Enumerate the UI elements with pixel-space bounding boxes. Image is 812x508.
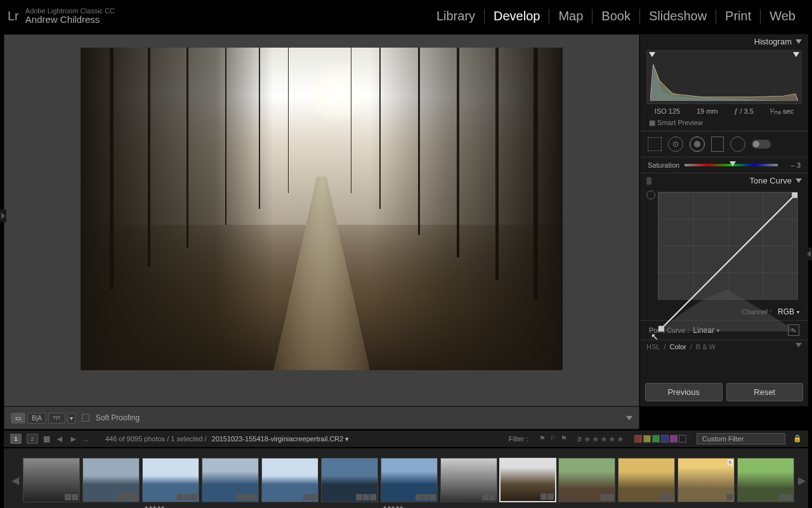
- previous-button[interactable]: Previous: [645, 383, 723, 401]
- collapse-icon[interactable]: [796, 178, 802, 183]
- view-dropdown-icon[interactable]: ▾: [67, 413, 75, 424]
- filename-display[interactable]: 20151023-155418-virginiacreepertrail.CR2…: [212, 435, 350, 443]
- svg-rect-1: [658, 326, 664, 331]
- spot-tool-icon[interactable]: ⊙: [668, 137, 683, 152]
- loupe-view-icon[interactable]: ▭: [11, 413, 25, 424]
- smart-preview-indicator[interactable]: ▦ Smart Preview: [640, 117, 808, 131]
- tone-curve-graph[interactable]: [658, 192, 798, 300]
- main-window-button[interactable]: 1: [10, 434, 22, 444]
- before-after-icon[interactable]: B|A: [27, 413, 46, 424]
- thumb-12[interactable]: 5: [678, 458, 735, 502]
- hsl-panel-tabs[interactable]: HSL / Color / B & W: [640, 340, 808, 353]
- saturation-slider[interactable]: [684, 164, 778, 166]
- exif-shutter: ¹⁄₇₅₀ sec: [769, 107, 794, 116]
- module-map[interactable]: Map: [549, 9, 593, 23]
- color-green[interactable]: [652, 435, 660, 443]
- second-window-button[interactable]: 2: [27, 434, 38, 444]
- grad-filter-icon[interactable]: [711, 137, 724, 152]
- module-library[interactable]: Library: [428, 9, 485, 23]
- radial-filter-icon[interactable]: [730, 137, 745, 152]
- module-develop[interactable]: Develop: [485, 9, 549, 23]
- filter-lock-icon[interactable]: 🔒: [793, 434, 802, 443]
- tone-curve-label: Tone Curve: [750, 176, 792, 185]
- filmstrip-right-icon[interactable]: ▶: [797, 474, 807, 486]
- flag-unflagged-icon[interactable]: ⚐: [550, 434, 559, 443]
- develop-tool-strip: ⊙: [640, 131, 808, 157]
- histogram-panel-header[interactable]: Histogram: [640, 34, 808, 49]
- color-none[interactable]: [679, 435, 686, 443]
- color-purple[interactable]: [670, 435, 678, 443]
- color-yellow[interactable]: [643, 435, 651, 443]
- color-blue[interactable]: [661, 435, 669, 443]
- thumb-2[interactable]: [82, 458, 140, 502]
- shadow-clip-icon[interactable]: [649, 52, 655, 57]
- breadcrumb-prefix[interactable]: ...: [83, 435, 89, 443]
- thumb-13[interactable]: [737, 458, 794, 502]
- module-picker: Library Develop Map Book Slideshow Print…: [428, 9, 804, 23]
- color-red[interactable]: [634, 435, 642, 443]
- histogram-label: Histogram: [754, 37, 792, 46]
- saturation-label: Saturation: [648, 161, 679, 169]
- reset-button[interactable]: Reset: [726, 383, 804, 401]
- rating-filter[interactable]: ≥ ★★★★★: [577, 434, 624, 444]
- left-panel-handle[interactable]: [0, 210, 6, 222]
- app-title: Adobe Lightroom Classic CC: [25, 7, 115, 15]
- module-print[interactable]: Print: [716, 9, 761, 23]
- thumb-8[interactable]: [440, 458, 497, 502]
- nav-fwd-icon[interactable]: ►: [69, 434, 78, 444]
- toolbar-options-icon[interactable]: [626, 416, 632, 420]
- redeye-tool-icon[interactable]: [690, 137, 705, 152]
- thumb-11[interactable]: [618, 458, 675, 502]
- crop-tool-icon[interactable]: [648, 137, 662, 151]
- panel-switch-icon[interactable]: [646, 177, 652, 185]
- saturation-slider-row: Saturation – 3: [640, 157, 808, 173]
- svg-rect-2: [792, 192, 797, 198]
- exif-readout: ISO 125 19 mm ƒ / 3.5 ¹⁄₇₅₀ sec: [640, 105, 808, 117]
- filmstrip[interactable]: ◀ 5 ▶: [4, 448, 808, 508]
- module-slideshow[interactable]: Slideshow: [640, 9, 716, 23]
- exif-iso: ISO 125: [655, 107, 680, 116]
- compare-view-icon[interactable]: Y|Y: [48, 413, 65, 424]
- filmstrip-left-icon[interactable]: ◀: [10, 474, 20, 486]
- adjust-brush-icon[interactable]: [752, 140, 771, 149]
- exif-aperture: ƒ / 3.5: [734, 107, 754, 116]
- preview-area[interactable]: [4, 34, 639, 406]
- flag-rejected-icon[interactable]: ⚑: [561, 434, 570, 443]
- exif-focal: 19 mm: [697, 107, 718, 116]
- thumb-1[interactable]: [23, 458, 80, 502]
- thumb-3[interactable]: [142, 458, 199, 502]
- soft-proof-checkbox[interactable]: [82, 414, 89, 422]
- highlight-clip-icon[interactable]: [793, 52, 799, 57]
- target-adjust-icon[interactable]: [646, 190, 655, 199]
- thumb-7[interactable]: [381, 458, 438, 502]
- grid-icon[interactable]: ▦: [43, 434, 50, 443]
- right-panel-handle[interactable]: [806, 248, 812, 260]
- thumb-10[interactable]: [558, 458, 615, 502]
- thumb-9-selected[interactable]: [499, 458, 556, 502]
- collapse-icon[interactable]: [796, 39, 802, 44]
- main-preview-image[interactable]: [81, 48, 563, 370]
- filter-preset-dropdown[interactable]: Custom Filter: [697, 433, 785, 444]
- saturation-value[interactable]: – 3: [783, 161, 801, 169]
- thumb-6[interactable]: [321, 458, 378, 502]
- app-logo: Lr: [8, 9, 19, 23]
- nav-back-icon[interactable]: ◄: [55, 434, 64, 444]
- thumb-4[interactable]: [202, 458, 259, 502]
- soft-proof-label[interactable]: Soft Proofing: [96, 413, 140, 422]
- identity-plate[interactable]: Andrew Childress: [25, 15, 115, 25]
- module-book[interactable]: Book: [593, 9, 640, 23]
- tone-curve-header[interactable]: Tone Curve: [750, 176, 802, 185]
- photo-count-text: 446 of 9095 photos / 1 selected /: [105, 435, 207, 443]
- histogram-display[interactable]: [646, 50, 802, 104]
- thumb-5[interactable]: [261, 458, 318, 502]
- filter-label: Filter :: [509, 435, 528, 443]
- module-web[interactable]: Web: [761, 9, 804, 23]
- flag-picked-icon[interactable]: ⚑: [539, 434, 548, 443]
